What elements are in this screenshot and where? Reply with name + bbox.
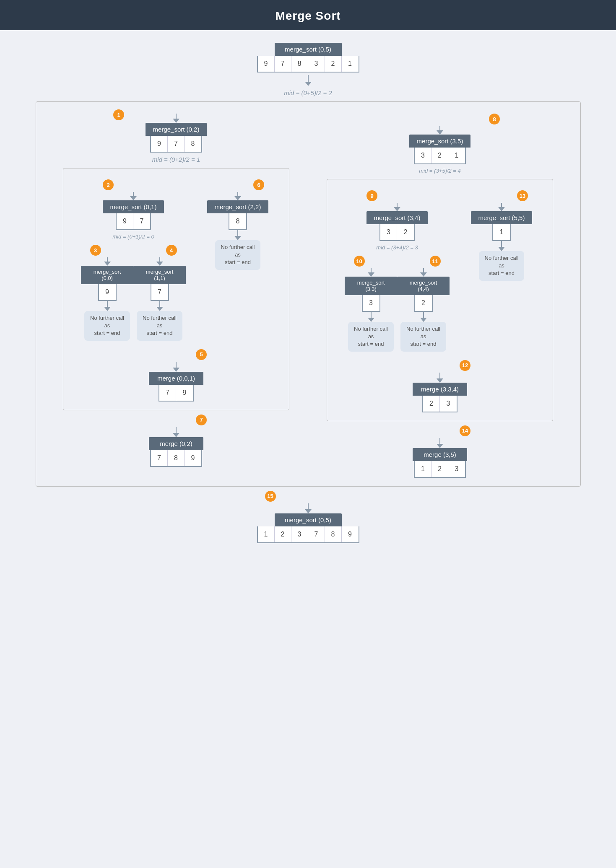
n5-val-0: 7 <box>159 385 176 401</box>
root-val-0: 9 <box>258 56 275 72</box>
n14-label: merge (3,5) <box>413 448 467 461</box>
n2-label: merge_sort (0,1) <box>103 200 164 213</box>
n8-inner-box: 9 merge_sort (3,4) 3 2 <box>327 179 553 421</box>
n15-val-1: 2 <box>275 526 291 542</box>
n8-container: 8 merge_sort (3,5) 3 2 1 mid = (3+5)/2 =… <box>318 114 561 177</box>
n9-container: 9 merge_sort (3,4) 3 2 <box>345 190 450 254</box>
al-n11b <box>423 312 424 318</box>
n5-box: merge (0,0,1) 7 9 <box>149 372 203 402</box>
page-title: Merge Sort <box>275 9 340 22</box>
ah-n7 <box>173 433 179 437</box>
al-n2 <box>133 192 134 196</box>
n3-n4-row: 3 merge_sort (0,0) 9 <box>81 245 186 341</box>
no-further-n6: No further callasstart = end <box>215 240 261 270</box>
n14-val-1: 2 <box>431 461 448 477</box>
ah-n14 <box>437 444 443 448</box>
ah-n6b <box>234 236 241 240</box>
n9-val-0: 3 <box>380 224 397 240</box>
n6-container: 6 merge_sort (2,2) 8 <box>204 179 271 270</box>
n1-box: merge_sort (0,2) 9 7 8 <box>146 123 207 153</box>
al-n10 <box>371 268 372 272</box>
ah-n12 <box>437 378 443 383</box>
al-n15 <box>308 503 309 509</box>
al-n13b <box>501 241 502 247</box>
n15-val-5: 9 <box>342 526 359 542</box>
ah-n13b <box>498 247 505 251</box>
n1-label: merge_sort (0,2) <box>146 123 207 136</box>
root-val-2: 8 <box>291 56 308 72</box>
n15-val-0: 1 <box>258 526 275 542</box>
n3-val-0: 9 <box>99 284 116 300</box>
badge-11: 11 <box>430 256 441 267</box>
mid-n9: mid = (3+4)/2 = 3 <box>376 244 418 251</box>
n9-n13-row: 9 merge_sort (3,4) 3 2 <box>335 190 544 352</box>
n15-val-4: 8 <box>325 526 342 542</box>
n15-val-2: 3 <box>291 526 308 542</box>
n7-container: 7 merge (0,2) 7 8 9 <box>149 415 203 467</box>
ah-n15 <box>305 509 312 513</box>
n13-label: merge_sort (5,5) <box>471 211 533 224</box>
n7-label: merge (0,2) <box>149 437 203 450</box>
n7-val-2: 9 <box>185 450 201 466</box>
n2-n6-row: 2 merge_sort (0,1) 9 7 <box>72 179 281 341</box>
root-node: merge_sort (0,5) 9 7 8 3 2 1 mid = (0+5)… <box>257 43 359 100</box>
al-n3 <box>107 257 108 262</box>
badge-10: 10 <box>354 256 365 267</box>
n5-val-1: 9 <box>176 385 193 401</box>
right-subtree: 8 merge_sort (3,5) 3 2 1 mid = (3+5)/2 =… <box>318 114 561 478</box>
main-tree-box: 1 merge_sort (0,2) 9 7 8 mid = (0+2)/2 =… <box>36 101 581 487</box>
n5-rel: 5 merge (0,0,1) 7 9 <box>149 349 203 402</box>
n11-label: merge_sort (4,4) <box>397 277 450 295</box>
al-n11 <box>423 268 424 272</box>
al-n4b <box>159 301 160 307</box>
n6-val-0: 8 <box>229 213 246 229</box>
n12-val-1: 3 <box>440 396 457 412</box>
n5-label: merge (0,0,1) <box>149 372 203 385</box>
al-n9 <box>397 203 398 207</box>
n10-val-0: 3 <box>363 295 379 311</box>
al-n12 <box>439 373 440 378</box>
n5-container: 5 merge (0,0,1) 7 9 <box>72 349 281 402</box>
no-further-n11: No further callasstart = end <box>400 322 446 352</box>
badge-1: 1 <box>113 109 124 120</box>
ah-n3b <box>104 307 111 311</box>
root-box: merge_sort (0,5) 9 7 8 3 2 1 <box>257 43 359 73</box>
n4-box: merge_sort (1,1) 7 <box>133 266 186 301</box>
n2-val-0: 9 <box>117 213 133 229</box>
n12-box: merge (3,3,4) 2 3 <box>413 383 467 412</box>
no-further-n10: No further callasstart = end <box>348 322 394 352</box>
n1-val-2: 8 <box>185 136 201 152</box>
n15-val-3: 7 <box>308 526 325 542</box>
n14-box: merge (3,5) 1 2 3 <box>413 448 467 478</box>
al-n7 <box>176 427 177 433</box>
ah-n11b <box>420 318 427 322</box>
badge-3: 3 <box>90 245 101 256</box>
n13-container: 13 merge_sort (5,5) 1 <box>468 190 535 281</box>
al-n6b <box>237 230 238 236</box>
n14-val-2: 3 <box>448 461 465 477</box>
header: Merge Sort <box>0 0 616 30</box>
ah-n10 <box>368 272 374 277</box>
n9-subtree: 9 merge_sort (3,4) 3 2 <box>345 190 450 352</box>
badge-4: 4 <box>166 245 177 256</box>
no-further-n3: No further callasstart = end <box>84 311 130 341</box>
al-n8 <box>439 126 440 130</box>
arrow-line-root <box>308 75 309 82</box>
n7-rel: 7 merge (0,2) 7 8 9 <box>149 415 203 467</box>
n14-rel: 14 merge (3,5) 1 2 3 <box>413 425 467 478</box>
n8-box: merge_sort (3,5) 3 2 1 <box>409 135 471 164</box>
n1-val-1: 7 <box>168 136 185 152</box>
ah-n9 <box>394 207 400 211</box>
ah-n5 <box>173 368 179 372</box>
n12-val-0: 2 <box>423 396 440 412</box>
n7-val-1: 8 <box>168 450 185 466</box>
n6-label: merge_sort (2,2) <box>207 200 269 213</box>
arrow-to-n1 <box>176 114 177 119</box>
badge-15: 15 <box>265 491 276 502</box>
mid-n1: mid = (0+2)/2 = 1 <box>152 156 200 163</box>
mid-n8: mid = (3+5)/2 = 4 <box>419 168 460 174</box>
badge-8: 8 <box>489 114 500 124</box>
root-val-3: 3 <box>308 56 325 72</box>
al-n5 <box>176 362 177 368</box>
badge-6: 6 <box>253 179 264 190</box>
